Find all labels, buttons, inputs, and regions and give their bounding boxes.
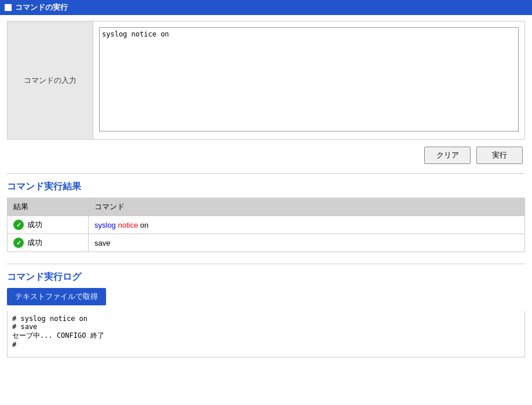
command-input-section: コマンドの入力 syslog notice on (7, 21, 525, 140)
divider-2 (7, 264, 525, 264)
results-section: コマンド実行結果 結果 コマンド 成功 (7, 181, 525, 252)
results-heading: コマンド実行結果 (7, 181, 525, 193)
col-header-result: 結果 (8, 198, 89, 216)
command-cell-2: save (89, 234, 525, 252)
results-table: 結果 コマンド 成功 syslog notic (7, 198, 525, 252)
cmd-syslog-1: syslog (94, 221, 116, 229)
log-output: # syslog notice on # save セーブ中... CONFIG… (7, 311, 525, 357)
result-label-2: 成功 (27, 238, 42, 248)
command-textarea[interactable]: syslog notice on (99, 27, 519, 132)
get-text-button[interactable]: テキストファイルで取得 (7, 288, 106, 305)
log-section: コマンド実行ログ テキストファイルで取得 # syslog notice on … (7, 271, 525, 357)
result-cell-1: 成功 (8, 216, 89, 234)
title-icon (5, 4, 12, 11)
log-heading: コマンド実行ログ (7, 271, 525, 283)
col-header-command: コマンド (89, 198, 525, 216)
main-content: コマンドの入力 syslog notice on クリア 実行 コマンド実行結果… (0, 15, 532, 363)
title-label: コマンドの実行 (15, 2, 68, 13)
cmd-rest-1: on (140, 221, 148, 229)
command-textarea-cell: syslog notice on (93, 21, 524, 139)
table-row: 成功 save (8, 234, 525, 252)
command-label: コマンドの入力 (8, 21, 93, 139)
title-bar: コマンドの実行 (0, 0, 532, 15)
success-cell-1: 成功 (13, 220, 82, 230)
success-icon-1 (13, 220, 24, 230)
result-label-1: 成功 (27, 220, 42, 230)
result-cell-2: 成功 (8, 234, 89, 252)
execute-button[interactable]: 実行 (476, 147, 523, 164)
table-header-row: 結果 コマンド (8, 198, 525, 216)
success-cell-2: 成功 (13, 238, 82, 248)
divider-1 (7, 173, 525, 174)
cmd-notice-1: notice (118, 221, 138, 229)
success-icon-2 (13, 238, 24, 248)
cmd-save: save (94, 239, 110, 247)
command-cell-1: syslog notice on (89, 216, 525, 234)
table-row: 成功 syslog notice on (8, 216, 525, 234)
button-row: クリア 実行 (7, 147, 525, 164)
clear-button[interactable]: クリア (424, 147, 471, 164)
